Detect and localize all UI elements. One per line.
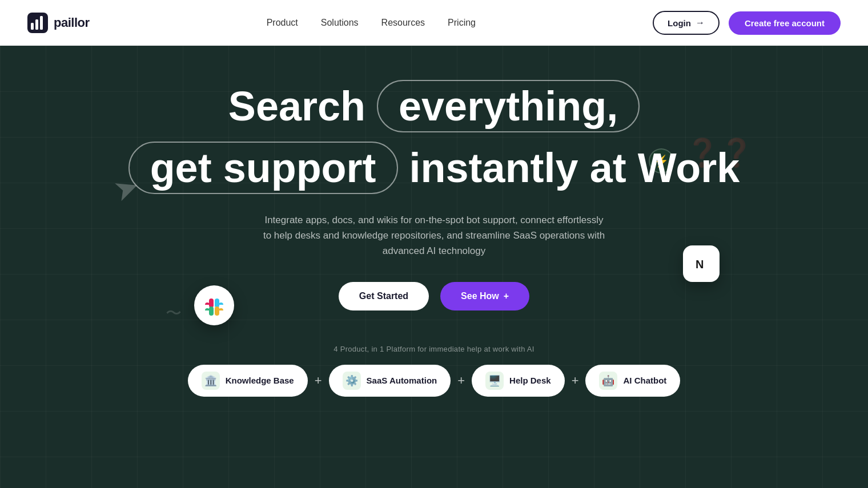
product-pill-saas[interactable]: ⚙️ SaaS Automation <box>329 365 451 397</box>
product-pill-helpdesk[interactable]: 🖥️ Help Desk <box>472 365 565 397</box>
nav-links: Product Solutions Resources Pricing <box>267 18 476 28</box>
logo-icon <box>27 13 48 33</box>
create-account-button[interactable]: Create free account <box>729 11 841 35</box>
svg-rect-4 <box>692 255 710 273</box>
hero-heading: Search everything, get support instantly… <box>128 80 740 194</box>
hero-instantly-text: instantly at Work <box>409 147 740 188</box>
knowledge-base-label: Knowledge Base <box>226 376 294 385</box>
separator-2: + <box>457 373 465 388</box>
slack-icon <box>194 285 234 325</box>
login-button[interactable]: Login → <box>653 11 720 35</box>
product-pill-knowledge-base[interactable]: 🏛️ Knowledge Base <box>188 365 308 397</box>
product-pill-ai-chatbot[interactable]: 🤖 AI Chatbot <box>585 365 680 397</box>
nav-solutions[interactable]: Solutions <box>321 18 359 27</box>
ai-chatbot-label: AI Chatbot <box>623 376 666 385</box>
navbar: paillor Product Solutions Resources Pric… <box>0 0 868 46</box>
saas-label: SaaS Automation <box>367 376 437 385</box>
nav-product[interactable]: Product <box>267 18 298 27</box>
hero-subtext: Integrate apps, docs, and wikis for on-t… <box>263 212 605 259</box>
svg-rect-3 <box>40 16 43 30</box>
separator-1: + <box>315 373 322 388</box>
separator-3: + <box>572 373 579 388</box>
svg-rect-2 <box>35 19 38 30</box>
logo-text: paillor <box>54 15 90 30</box>
plus-icon: + <box>504 291 509 301</box>
helpdesk-icon: 🖥️ <box>485 372 504 390</box>
hero-everything-pill: everything, <box>377 80 640 132</box>
svg-rect-1 <box>31 23 34 30</box>
squiggle-decoration: 〜 <box>166 303 182 324</box>
hero-section: ➤ ❓❓ N ⚡ 〜 Search everything, get suppor… <box>0 46 868 488</box>
ai-chatbot-icon: 🤖 <box>599 372 617 390</box>
hero-buttons: Get Started See How + <box>339 282 529 310</box>
nav-actions: Login → Create free account <box>653 11 841 35</box>
notion-icon: N <box>683 245 720 282</box>
helpdesk-label: Help Desk <box>509 376 551 385</box>
nav-pricing[interactable]: Pricing <box>448 18 476 27</box>
hero-support-pill: get support <box>128 142 398 194</box>
product-pills: 🏛️ Knowledge Base + ⚙️ SaaS Automation +… <box>188 365 681 397</box>
knowledge-base-icon: 🏛️ <box>202 372 220 390</box>
svg-text:N: N <box>696 258 704 271</box>
logo-link[interactable]: paillor <box>27 13 90 33</box>
nav-resources[interactable]: Resources <box>381 18 425 27</box>
saas-icon: ⚙️ <box>343 372 361 390</box>
products-label: 4 Product, in 1 Platform for immediate h… <box>333 345 535 353</box>
get-started-button[interactable]: Get Started <box>339 282 429 310</box>
see-how-button[interactable]: See How + <box>440 282 529 310</box>
login-arrow-icon: → <box>696 18 705 28</box>
hero-search-text: Search <box>228 86 365 127</box>
